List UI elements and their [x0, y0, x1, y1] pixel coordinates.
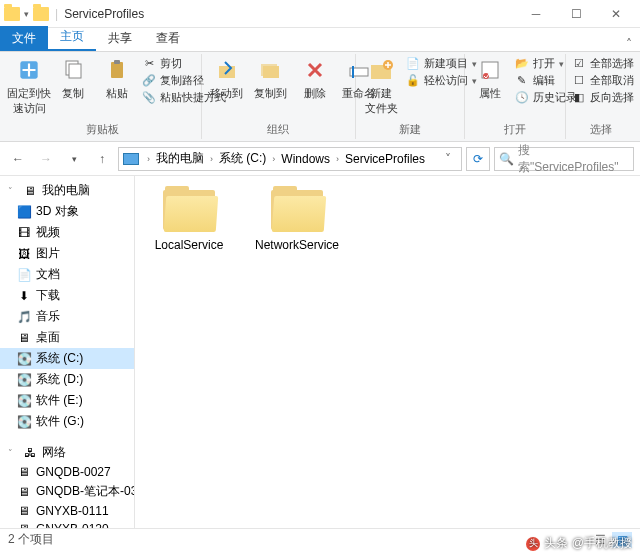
tree-item[interactable]: 🖥GNQDB-0027: [0, 463, 134, 481]
maximize-button[interactable]: ☐: [556, 0, 596, 28]
up-button[interactable]: ↑: [90, 147, 114, 171]
pc-icon: 🖥: [22, 184, 38, 198]
folder-name: NetworkService: [255, 238, 339, 252]
select-none-button[interactable]: ☐全部取消: [572, 73, 634, 88]
ribbon-group-select: 选择: [572, 122, 630, 137]
ribbon-group-clipboard: 剪贴板: [10, 122, 195, 137]
folder-icon: [269, 188, 325, 234]
recent-locations-button[interactable]: ▾: [62, 147, 86, 171]
tree-item[interactable]: 💽软件 (E:): [0, 390, 134, 411]
drive-icon: 💽: [16, 352, 32, 366]
network-pc-icon: 🖥: [16, 522, 32, 528]
search-icon: 🔍: [499, 152, 514, 166]
folder-item[interactable]: LocalService: [147, 188, 231, 252]
svg-rect-2: [69, 64, 81, 78]
drive-icon: 💽: [16, 394, 32, 408]
folder-icon: [161, 188, 217, 234]
breadcrumb-dropdown-icon[interactable]: ˅: [439, 152, 457, 166]
ribbon-group-open: 打开: [471, 122, 559, 137]
tab-file[interactable]: 文件: [0, 26, 48, 51]
forward-button[interactable]: →: [34, 147, 58, 171]
ribbon-group-organize: 组织: [208, 122, 349, 137]
tab-home[interactable]: 主页: [48, 24, 96, 51]
tree-item[interactable]: 💽系统 (D:): [0, 369, 134, 390]
tree-item[interactable]: 🎞视频: [0, 222, 134, 243]
current-folder-icon: [33, 7, 49, 21]
properties-button[interactable]: 属性: [471, 56, 509, 101]
tree-item[interactable]: 📄文档: [0, 264, 134, 285]
tree-item[interactable]: 🎵音乐: [0, 306, 134, 327]
paste-button[interactable]: 粘贴: [98, 56, 136, 101]
ribbon-group-new: 新建: [362, 122, 458, 137]
tree-item[interactable]: 🖥桌面: [0, 327, 134, 348]
video-icon: 🎞: [16, 226, 32, 240]
tree-item[interactable]: 🖥GNYXB-0120: [0, 520, 134, 528]
window-title: ServiceProfiles: [64, 7, 144, 21]
file-list[interactable]: LocalService NetworkService: [135, 176, 640, 528]
back-button[interactable]: ←: [6, 147, 30, 171]
expand-icon[interactable]: ˅: [8, 448, 18, 458]
objects-3d-icon: 🟦: [16, 205, 32, 219]
music-icon: 🎵: [16, 310, 32, 324]
tree-item[interactable]: 🟦3D 对象: [0, 201, 134, 222]
folder-name: LocalService: [155, 238, 224, 252]
quick-access-down-icon[interactable]: ▾: [24, 9, 29, 19]
tree-my-pc[interactable]: ˅ 🖥 我的电脑: [0, 180, 134, 201]
expand-icon[interactable]: ˅: [8, 186, 18, 196]
desktop-icon: 🖥: [16, 331, 32, 345]
downloads-icon: ⬇: [16, 289, 32, 303]
ribbon-toggle-icon[interactable]: ˄: [618, 37, 640, 51]
invert-selection-button[interactable]: ◧反向选择: [572, 90, 634, 105]
network-pc-icon: 🖥: [16, 504, 32, 518]
copy-to-button[interactable]: 复制到: [252, 56, 290, 101]
select-all-button[interactable]: ☑全部选择: [572, 56, 634, 71]
tree-item[interactable]: 🖥GNQDB-笔记本-03: [0, 481, 134, 502]
pictures-icon: 🖼: [16, 247, 32, 261]
copy-button[interactable]: 复制: [54, 56, 92, 101]
chevron-right-icon[interactable]: ›: [332, 154, 343, 164]
drive-icon: 💽: [16, 415, 32, 429]
crumb-3[interactable]: ServiceProfiles: [343, 152, 427, 166]
tab-view[interactable]: 查看: [144, 26, 192, 51]
crumb-0[interactable]: 我的电脑: [154, 150, 206, 167]
close-button[interactable]: ✕: [596, 0, 636, 28]
documents-icon: 📄: [16, 268, 32, 282]
network-pc-icon: 🖥: [16, 465, 32, 479]
move-to-button[interactable]: 移动到: [208, 56, 246, 101]
tree-item[interactable]: ⬇下载: [0, 285, 134, 306]
delete-button[interactable]: 删除: [296, 56, 334, 101]
watermark-logo-icon: 头: [526, 537, 540, 551]
chevron-right-icon[interactable]: ›: [206, 154, 217, 164]
chevron-right-icon[interactable]: ›: [143, 154, 154, 164]
minimize-button[interactable]: ─: [516, 0, 556, 28]
tree-item[interactable]: 💽软件 (G:): [0, 411, 134, 432]
tree-item[interactable]: 🖥GNYXB-0111: [0, 502, 134, 520]
chevron-right-icon[interactable]: ›: [268, 154, 279, 164]
svg-rect-4: [114, 60, 120, 64]
tree-item-system-c[interactable]: 💽系统 (C:): [0, 348, 134, 369]
pin-quick-access-button[interactable]: 固定到快 速访问: [10, 56, 48, 116]
tab-share[interactable]: 共享: [96, 26, 144, 51]
drive-icon: 💽: [16, 373, 32, 387]
refresh-button[interactable]: ⟳: [466, 147, 490, 171]
new-folder-button[interactable]: 新建 文件夹: [362, 56, 400, 116]
navigation-tree[interactable]: ˅ 🖥 我的电脑 🟦3D 对象 🎞视频 🖼图片 📄文档 ⬇下载 🎵音乐 🖥桌面 …: [0, 176, 135, 528]
app-folder-icon: [4, 7, 20, 21]
svg-rect-7: [261, 64, 277, 76]
title-separator: |: [55, 7, 58, 21]
crumb-2[interactable]: Windows: [279, 152, 332, 166]
watermark: 头 头条 @手机教授: [526, 535, 632, 552]
crumb-1[interactable]: 系统 (C:): [217, 150, 268, 167]
svg-rect-3: [111, 62, 123, 78]
search-input[interactable]: 🔍 搜索"ServiceProfiles": [494, 147, 634, 171]
folder-item[interactable]: NetworkService: [255, 188, 339, 252]
status-item-count: 2 个项目: [8, 531, 54, 548]
pc-icon: [123, 153, 139, 165]
network-pc-icon: 🖥: [16, 485, 32, 499]
breadcrumb[interactable]: › 我的电脑 › 系统 (C:) › Windows › ServiceProf…: [118, 147, 462, 171]
network-icon: 🖧: [22, 446, 38, 460]
search-placeholder: 搜索"ServiceProfiles": [518, 142, 629, 176]
tree-item[interactable]: 🖼图片: [0, 243, 134, 264]
tree-network[interactable]: ˅ 🖧 网络: [0, 442, 134, 463]
